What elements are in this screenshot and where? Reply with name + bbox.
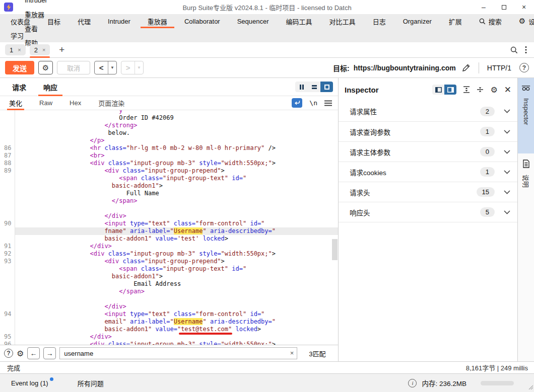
word-wrap-toggle-icon[interactable] [292, 98, 302, 108]
search-help-icon[interactable]: ? [4, 349, 13, 358]
forward-dropdown-icon[interactable]: ▼ [135, 61, 143, 74]
main-tab-learn[interactable]: 学习 [2, 28, 32, 42]
main-tab-settings[interactable]: ⚙设置 [510, 14, 534, 28]
chevron-down-icon[interactable] [504, 210, 510, 214]
resize-grip-icon[interactable] [527, 383, 533, 391]
tab-response[interactable]: 响应 [38, 78, 62, 96]
info-icon[interactable]: i [408, 379, 417, 387]
toolbar-divider [479, 62, 479, 73]
all-issues-button[interactable]: 所有问题 [78, 378, 104, 388]
inspector-section-request-query-params[interactable]: 请求查询参数1 [339, 121, 517, 141]
main-tab-intruder[interactable]: Intruder [99, 14, 139, 28]
repeater-tab-1[interactable]: 1× [5, 44, 26, 55]
show-newlines-toggle[interactable]: \n [309, 99, 317, 107]
search-tabs-icon[interactable] [510, 46, 518, 54]
layout-rows-button[interactable] [308, 82, 320, 92]
help-icon[interactable]: ? [519, 63, 529, 72]
expand-all-icon[interactable] [463, 86, 470, 93]
view-tab-raw[interactable]: Raw [37, 96, 54, 110]
inspector-sections: 请求属性2请求查询参数1请求主体参数0请求cookies1请求头15响应头5 [339, 101, 517, 222]
back-history-button[interactable]: < ▼ [94, 61, 117, 74]
main-tab-sequencer[interactable]: Sequencer [229, 14, 278, 28]
pane-left-button[interactable] [432, 85, 444, 95]
view-tab-render[interactable]: 页面渲染 [96, 96, 126, 110]
send-settings-button[interactable]: ⚙ [38, 61, 53, 74]
response-code-editor[interactable]: y Order ID #42069 </strong> below. </p>8… [0, 110, 338, 345]
main-tab-label: 搜索 [489, 17, 502, 26]
close-tab-icon[interactable]: × [18, 47, 21, 53]
view-tab-hex[interactable]: Hex [68, 96, 83, 110]
code-line: fname" aria-label="Username" aria-descri… [0, 227, 338, 235]
target-label: 目标: [333, 63, 350, 73]
forward-history-button[interactable]: > ▼ [121, 61, 144, 74]
code-line: basic-addon1" value="test@test.com" lock… [0, 326, 338, 333]
repeater-tab-2[interactable]: 2× [30, 44, 50, 55]
cancel-button[interactable]: 取消 [57, 61, 90, 74]
main-tab-logger[interactable]: 日志 [364, 14, 394, 28]
main-tab-decoder[interactable]: 编码工具 [278, 14, 321, 28]
main-tab-target[interactable]: 目标 [39, 14, 69, 28]
inspector-section-request-cookies[interactable]: 请求cookies1 [339, 162, 517, 182]
back-dropdown-icon[interactable]: ▼ [108, 61, 116, 74]
line-number [0, 318, 15, 326]
view-tab-pretty[interactable]: 美化 [7, 96, 24, 110]
main-tab-organizer[interactable]: Organizer [394, 14, 440, 28]
layout-single-button[interactable] [320, 82, 333, 92]
rail-tab-notes[interactable]: 说明 [518, 153, 534, 215]
main-tab-extensions[interactable]: 扩展 [440, 14, 471, 28]
main-tab-label: Collaborator [184, 18, 220, 25]
count-badge: 5 [480, 207, 495, 217]
next-match-button[interactable]: → [43, 347, 56, 359]
chevron-down-icon[interactable] [504, 170, 510, 174]
main-tab-dashboard[interactable]: 仪表盘 [2, 14, 39, 28]
main-tab-label: 设置 [528, 17, 534, 26]
edit-target-icon[interactable] [462, 63, 471, 72]
inspector-section-request-body-params[interactable]: 请求主体参数0 [339, 141, 517, 162]
inspector-close-icon[interactable]: ✕ [504, 85, 511, 95]
layout-columns-button[interactable] [295, 82, 308, 92]
main-tab-proxy[interactable]: 代理 [69, 14, 99, 28]
repeater-tab-label: 2 [34, 46, 38, 54]
close-button[interactable]: × [514, 0, 534, 14]
chevron-down-icon[interactable] [504, 130, 510, 134]
main-tab-label: 日志 [373, 17, 386, 26]
code-text: fname" aria-label="Username" aria-descri… [15, 227, 338, 235]
inspector-section-label: 请求主体参数 [350, 147, 390, 157]
pane-right-button[interactable] [444, 85, 456, 95]
main-tab-label: Sequencer [237, 18, 269, 25]
chevron-down-icon[interactable] [504, 109, 510, 113]
menu-item-intruder[interactable]: Intruder [19, 0, 53, 7]
editor-scrollbar[interactable] [332, 239, 338, 260]
rail-label-inspector: Inspector [522, 98, 530, 125]
editor-menu-icon[interactable] [324, 100, 332, 106]
inspector-section-request-attributes[interactable]: 请求属性2 [339, 101, 517, 121]
message-editor-panel: 请求响应 美化RawHex页面渲染 \n [0, 78, 339, 361]
inspector-section-response-headers[interactable]: 响应头5 [339, 202, 517, 222]
chevron-down-icon[interactable] [504, 190, 510, 194]
main-tab-repeater[interactable]: 重放器 [139, 14, 176, 28]
search-input[interactable] [59, 347, 297, 359]
rail-tab-inspector[interactable]: Inspector [518, 78, 534, 153]
more-options-icon[interactable] [525, 46, 527, 54]
tab-request[interactable]: 请求 [7, 78, 31, 96]
inspector-section-request-headers[interactable]: 请求头15 [339, 182, 517, 202]
event-log-button[interactable]: Event log (1) [11, 379, 48, 387]
close-tab-icon[interactable]: × [42, 47, 45, 53]
main-tab-collaborator[interactable]: Collaborator [176, 14, 229, 28]
clear-search-icon[interactable]: × [290, 349, 294, 357]
send-button[interactable]: 发送 [5, 61, 34, 74]
collapse-all-icon[interactable] [477, 86, 484, 93]
main-tab-comparer[interactable]: 对比工具 [321, 14, 364, 28]
main-tab-search[interactable]: 搜索 [471, 14, 510, 28]
code-line: </strong> [0, 122, 338, 129]
add-tab-button[interactable]: + [56, 44, 68, 55]
search-settings-icon[interactable]: ⚙ [17, 349, 24, 358]
maximize-button[interactable] [494, 0, 514, 14]
inspector-settings-icon[interactable]: ⚙ [490, 85, 497, 95]
chevron-down-icon[interactable] [504, 150, 510, 154]
line-number [0, 326, 15, 333]
inspector-controls: ⚙ ✕ [432, 85, 511, 95]
minimize-button[interactable]: – [474, 0, 494, 14]
code-text: basic-addon1"> [15, 273, 338, 280]
previous-match-button[interactable]: ← [27, 347, 40, 359]
